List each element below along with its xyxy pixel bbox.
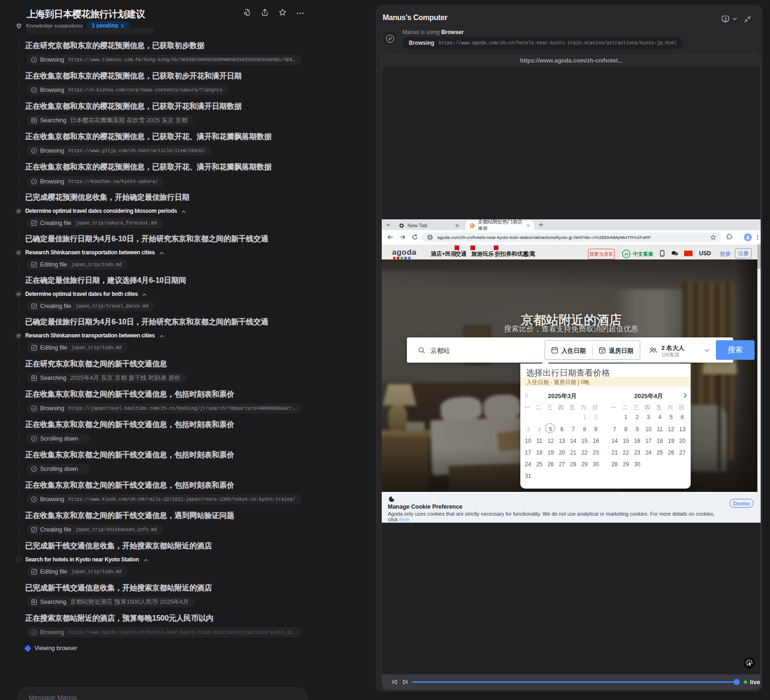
svg-text:24: 24: [624, 252, 628, 256]
